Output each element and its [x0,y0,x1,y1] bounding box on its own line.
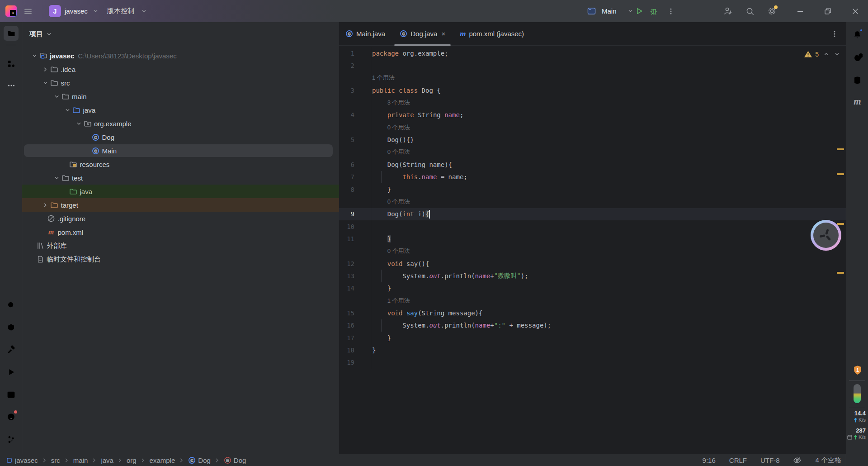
tree-item-test[interactable]: test [22,171,339,185]
defender-shield-icon[interactable]: 1 [852,365,863,376]
code-line-4[interactable]: 4private String name; [339,109,846,121]
code-text[interactable]: Dog(int i){ [372,208,837,220]
status-widget-reader-mode[interactable] [793,456,802,465]
line-number-gutter[interactable] [339,195,371,208]
chevron-down-icon[interactable] [92,0,99,22]
tree-item-Main[interactable]: CMain [22,144,339,157]
line-number-gutter[interactable]: 10 [339,220,371,233]
tree-item-.idea[interactable]: .idea [22,62,339,76]
breadcrumb-item-Dog[interactable]: mDog [224,456,246,464]
code-text[interactable]: } [372,183,837,195]
code-line-14[interactable]: 14} [339,282,846,295]
tree-item-Dog[interactable]: CDog [22,130,339,144]
window-minimize-button[interactable] [794,0,807,22]
tree-item-resources[interactable]: resources [22,157,339,171]
tree-item-临时文件和控制台[interactable]: 临时文件和控制台 [22,252,339,266]
settings-gear-icon[interactable] [767,0,777,22]
line-number-gutter[interactable] [339,146,371,158]
code-editor[interactable]: 5 1package org.example;21 个用法3public cla… [339,46,846,454]
code-text[interactable]: void say(String message){ [372,307,837,319]
usages-inlay-hint[interactable]: 0 个用法 [372,121,837,133]
tool-stripe-version-control[interactable] [4,432,19,447]
chevron-down-icon[interactable] [74,120,83,127]
line-number-gutter[interactable]: 14 [339,282,371,295]
editor-options-icon[interactable] [830,30,839,38]
tool-stripe-more-tool-windows[interactable] [4,78,19,93]
code-text[interactable]: Dog(String name){ [372,158,837,171]
code-text[interactable]: } [372,233,837,245]
more-actions-icon[interactable] [667,0,675,22]
chevron-down-icon[interactable] [30,52,39,59]
main-menu-icon[interactable] [24,0,33,22]
right-stripe-database[interactable] [852,75,863,86]
code-text[interactable]: this.name = name; [372,171,837,183]
breadcrumb-item-Dog[interactable]: CDog [188,456,211,464]
inlay-hint-row[interactable]: 1 个用法 [339,72,846,84]
inlay-hint-row[interactable]: 1 个用法 [339,295,846,307]
project-avatar[interactable]: J [49,0,61,22]
error-stripe-warning-mark[interactable] [837,173,844,175]
line-number-gutter[interactable]: 18 [339,344,371,356]
tool-stripe-structure[interactable] [4,56,19,71]
line-number-gutter[interactable]: 13 [339,270,371,282]
tree-item-java[interactable]: java [22,185,339,198]
inlay-hint-row[interactable]: 0 个用法 [339,195,846,208]
code-text[interactable]: private String name; [372,109,837,121]
inlay-hint-row[interactable]: 0 个用法 [339,146,846,158]
code-text[interactable] [372,357,837,369]
tree-item-java[interactable]: java [22,103,339,117]
error-stripe-warning-mark[interactable] [837,272,844,274]
tool-stripe-find[interactable] [4,298,19,313]
chevron-down-icon[interactable] [52,93,61,100]
status-widget-encoding[interactable]: UTF-8 [760,456,780,464]
right-stripe-maven[interactable]: m [852,96,863,107]
vcs-menu[interactable]: 版本控制 [107,0,134,22]
tool-stripe-build[interactable] [4,342,19,357]
line-number-gutter[interactable]: 12 [339,257,371,270]
line-number-gutter[interactable] [339,72,371,84]
code-text[interactable]: } [372,344,837,356]
code-text[interactable] [372,59,837,71]
run-button[interactable] [635,0,643,22]
chevron-down-icon[interactable] [141,0,147,22]
code-line-18[interactable]: 18} [339,344,846,356]
tree-item-org.example[interactable]: org.example [22,117,339,130]
line-number-gutter[interactable]: 17 [339,332,371,344]
code-line-11[interactable]: 11} [339,233,846,245]
chevron-down-icon[interactable] [41,80,50,86]
code-line-15[interactable]: 15void say(String message){ [339,307,846,319]
tree-item-src[interactable]: src [22,76,339,90]
editor-tab-pom.xml[interactable]: mpom.xml (javasec) [454,22,529,45]
code-line-12[interactable]: 12void say(){ [339,257,846,270]
breadcrumb-item-javasec[interactable]: javasec [6,456,38,464]
code-text[interactable]: System.out.println(name+"嗷嗷叫"); [372,270,837,282]
usages-inlay-hint[interactable]: 3 个用法 [372,96,837,109]
editor-tab-Main.java[interactable]: CMain.java [340,22,391,45]
inlay-hint-row[interactable]: 3 个用法 [339,96,846,109]
line-number-gutter[interactable]: 11 [339,233,371,245]
tool-stripe-project[interactable] [4,26,19,41]
breadcrumb-item-src[interactable]: src [51,456,60,464]
chevron-right-icon[interactable] [41,66,50,73]
tree-item-javasec[interactable]: javasecC:\Users\38123\Desktop\javasec [22,49,339,62]
code-text[interactable]: Dog(){} [372,133,837,146]
usages-inlay-hint[interactable]: 0 个用法 [372,245,837,257]
error-stripe-warning-mark[interactable] [837,148,844,150]
tree-item-target[interactable]: target [22,198,339,212]
error-stripe-warning-mark[interactable] [837,223,844,225]
code-line-17[interactable]: 17} [339,332,846,344]
usages-inlay-hint[interactable]: 1 个用法 [372,295,837,307]
line-number-gutter[interactable]: 6 [339,158,371,171]
code-line-13[interactable]: 13System.out.println(name+"嗷嗷叫"); [339,270,846,282]
status-widget-caret-position[interactable]: 9:16 [703,456,716,464]
right-stripe-ai-assistant[interactable] [852,52,863,63]
tree-item-main[interactable]: main [22,90,339,103]
line-number-gutter[interactable] [339,245,371,257]
project-selector[interactable]: javasec [65,0,88,22]
line-number-gutter[interactable]: 9 [339,208,371,220]
tool-stripe-services[interactable] [4,320,19,335]
code-text[interactable] [372,220,837,233]
line-number-gutter[interactable]: 3 [339,84,371,96]
code-text[interactable]: package org.example; [372,47,837,59]
run-config-icon[interactable] [587,0,596,22]
